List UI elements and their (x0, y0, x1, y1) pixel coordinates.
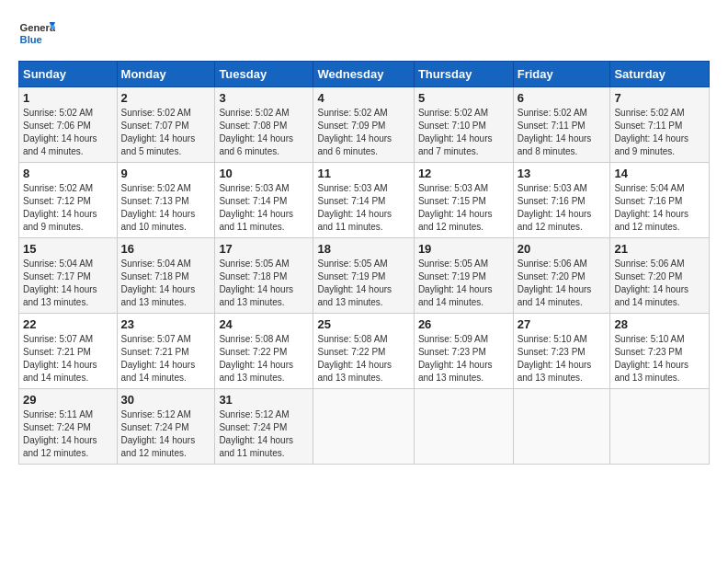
day-number: 2 (121, 91, 211, 105)
calendar-cell: 5 Sunrise: 5:02 AM Sunset: 7:10 PM Dayli… (414, 87, 513, 163)
calendar-cell: 26 Sunrise: 5:09 AM Sunset: 7:23 PM Dayl… (414, 314, 513, 389)
day-number: 24 (219, 317, 309, 331)
day-info: Sunrise: 5:02 AM Sunset: 7:09 PM Dayligh… (317, 107, 409, 158)
calendar-cell: 7 Sunrise: 5:02 AM Sunset: 7:11 PM Dayli… (610, 87, 710, 163)
day-info: Sunrise: 5:04 AM Sunset: 7:16 PM Dayligh… (614, 182, 705, 234)
day-info: Sunrise: 5:02 AM Sunset: 7:12 PM Dayligh… (23, 182, 113, 234)
header-row: SundayMondayTuesdayWednesdayThursdayFrid… (19, 62, 710, 87)
day-info: Sunrise: 5:02 AM Sunset: 7:11 PM Dayligh… (614, 107, 705, 158)
calendar-cell: 21 Sunrise: 5:06 AM Sunset: 7:20 PM Dayl… (610, 238, 710, 314)
day-info: Sunrise: 5:12 AM Sunset: 7:24 PM Dayligh… (121, 408, 211, 460)
weekday-header: Tuesday (215, 62, 313, 87)
calendar-cell: 12 Sunrise: 5:03 AM Sunset: 7:15 PM Dayl… (414, 163, 513, 238)
day-number: 20 (518, 242, 607, 256)
day-number: 14 (614, 167, 705, 180)
day-number: 28 (614, 317, 705, 331)
day-info: Sunrise: 5:02 AM Sunset: 7:08 PM Dayligh… (219, 107, 309, 158)
calendar-cell: 10 Sunrise: 5:03 AM Sunset: 7:14 PM Dayl… (215, 163, 313, 238)
day-number: 8 (23, 167, 113, 180)
calendar-cell: 28 Sunrise: 5:10 AM Sunset: 7:23 PM Dayl… (610, 314, 710, 389)
calendar-cell (513, 389, 610, 465)
calendar-cell: 31 Sunrise: 5:12 AM Sunset: 7:24 PM Dayl… (215, 389, 313, 465)
calendar-cell: 22 Sunrise: 5:07 AM Sunset: 7:21 PM Dayl… (19, 314, 118, 389)
calendar-week: 1 Sunrise: 5:02 AM Sunset: 7:06 PM Dayli… (19, 87, 710, 163)
day-info: Sunrise: 5:10 AM Sunset: 7:23 PM Dayligh… (614, 333, 705, 385)
day-number: 23 (121, 317, 211, 331)
calendar-cell: 4 Sunrise: 5:02 AM Sunset: 7:09 PM Dayli… (313, 87, 414, 163)
day-number: 11 (317, 167, 409, 180)
calendar-cell: 16 Sunrise: 5:04 AM Sunset: 7:18 PM Dayl… (117, 238, 215, 314)
day-number: 30 (121, 393, 211, 407)
calendar-header: SundayMondayTuesdayWednesdayThursdayFrid… (19, 62, 710, 87)
weekday-header: Saturday (610, 62, 710, 87)
calendar-cell: 11 Sunrise: 5:03 AM Sunset: 7:14 PM Dayl… (313, 163, 414, 238)
calendar-cell (610, 389, 710, 465)
day-number: 18 (317, 242, 409, 256)
day-number: 16 (121, 242, 211, 256)
day-number: 7 (614, 91, 705, 105)
calendar-table: SundayMondayTuesdayWednesdayThursdayFrid… (18, 61, 710, 465)
day-info: Sunrise: 5:08 AM Sunset: 7:22 PM Dayligh… (219, 333, 309, 385)
weekday-header: Friday (513, 62, 610, 87)
svg-text:General: General (20, 22, 55, 33)
day-number: 29 (23, 393, 113, 407)
calendar-week: 22 Sunrise: 5:07 AM Sunset: 7:21 PM Dayl… (19, 314, 710, 389)
day-info: Sunrise: 5:05 AM Sunset: 7:19 PM Dayligh… (418, 258, 509, 309)
day-number: 6 (518, 91, 607, 105)
calendar-week: 8 Sunrise: 5:02 AM Sunset: 7:12 PM Dayli… (19, 163, 710, 238)
day-info: Sunrise: 5:05 AM Sunset: 7:19 PM Dayligh… (317, 258, 409, 309)
day-number: 5 (418, 91, 509, 105)
day-info: Sunrise: 5:03 AM Sunset: 7:14 PM Dayligh… (317, 182, 409, 234)
calendar-cell (313, 389, 414, 465)
day-info: Sunrise: 5:03 AM Sunset: 7:15 PM Dayligh… (418, 182, 509, 234)
day-info: Sunrise: 5:02 AM Sunset: 7:10 PM Dayligh… (418, 107, 509, 158)
logo-icon: General Blue (18, 18, 55, 52)
day-info: Sunrise: 5:07 AM Sunset: 7:21 PM Dayligh… (23, 333, 113, 385)
day-number: 1 (23, 91, 113, 105)
weekday-header: Thursday (414, 62, 513, 87)
day-info: Sunrise: 5:02 AM Sunset: 7:13 PM Dayligh… (121, 182, 211, 234)
day-number: 19 (418, 242, 509, 256)
day-info: Sunrise: 5:02 AM Sunset: 7:11 PM Dayligh… (518, 107, 607, 158)
day-info: Sunrise: 5:10 AM Sunset: 7:23 PM Dayligh… (518, 333, 607, 385)
day-info: Sunrise: 5:07 AM Sunset: 7:21 PM Dayligh… (121, 333, 211, 385)
weekday-header: Wednesday (313, 62, 414, 87)
day-number: 9 (121, 167, 211, 180)
calendar-cell: 20 Sunrise: 5:06 AM Sunset: 7:20 PM Dayl… (513, 238, 610, 314)
day-info: Sunrise: 5:06 AM Sunset: 7:20 PM Dayligh… (614, 258, 705, 309)
day-info: Sunrise: 5:04 AM Sunset: 7:17 PM Dayligh… (23, 258, 113, 309)
weekday-header: Monday (117, 62, 215, 87)
day-info: Sunrise: 5:08 AM Sunset: 7:22 PM Dayligh… (317, 333, 409, 385)
calendar-cell: 13 Sunrise: 5:03 AM Sunset: 7:16 PM Dayl… (513, 163, 610, 238)
svg-text:Blue: Blue (20, 34, 42, 45)
day-number: 31 (219, 393, 309, 407)
calendar-week: 29 Sunrise: 5:11 AM Sunset: 7:24 PM Dayl… (19, 389, 710, 465)
calendar-cell: 27 Sunrise: 5:10 AM Sunset: 7:23 PM Dayl… (513, 314, 610, 389)
day-info: Sunrise: 5:11 AM Sunset: 7:24 PM Dayligh… (23, 408, 113, 460)
calendar-body: 1 Sunrise: 5:02 AM Sunset: 7:06 PM Dayli… (19, 87, 710, 465)
day-info: Sunrise: 5:06 AM Sunset: 7:20 PM Dayligh… (518, 258, 607, 309)
day-number: 21 (614, 242, 705, 256)
calendar-cell: 1 Sunrise: 5:02 AM Sunset: 7:06 PM Dayli… (19, 87, 118, 163)
header: General Blue (18, 18, 710, 52)
day-number: 10 (219, 167, 309, 180)
calendar-cell: 3 Sunrise: 5:02 AM Sunset: 7:08 PM Dayli… (215, 87, 313, 163)
calendar-cell: 2 Sunrise: 5:02 AM Sunset: 7:07 PM Dayli… (117, 87, 215, 163)
day-number: 3 (219, 91, 309, 105)
day-number: 13 (518, 167, 607, 180)
calendar-week: 15 Sunrise: 5:04 AM Sunset: 7:17 PM Dayl… (19, 238, 710, 314)
calendar-cell: 8 Sunrise: 5:02 AM Sunset: 7:12 PM Dayli… (19, 163, 118, 238)
day-number: 27 (518, 317, 607, 331)
day-info: Sunrise: 5:03 AM Sunset: 7:14 PM Dayligh… (219, 182, 309, 234)
day-number: 12 (418, 167, 509, 180)
calendar-cell: 14 Sunrise: 5:04 AM Sunset: 7:16 PM Dayl… (610, 163, 710, 238)
calendar-cell: 17 Sunrise: 5:05 AM Sunset: 7:18 PM Dayl… (215, 238, 313, 314)
calendar-cell: 18 Sunrise: 5:05 AM Sunset: 7:19 PM Dayl… (313, 238, 414, 314)
day-number: 15 (23, 242, 113, 256)
day-info: Sunrise: 5:03 AM Sunset: 7:16 PM Dayligh… (518, 182, 607, 234)
calendar-cell: 30 Sunrise: 5:12 AM Sunset: 7:24 PM Dayl… (117, 389, 215, 465)
day-info: Sunrise: 5:02 AM Sunset: 7:06 PM Dayligh… (23, 107, 113, 158)
calendar-cell: 23 Sunrise: 5:07 AM Sunset: 7:21 PM Dayl… (117, 314, 215, 389)
calendar-cell: 9 Sunrise: 5:02 AM Sunset: 7:13 PM Dayli… (117, 163, 215, 238)
day-info: Sunrise: 5:05 AM Sunset: 7:18 PM Dayligh… (219, 258, 309, 309)
